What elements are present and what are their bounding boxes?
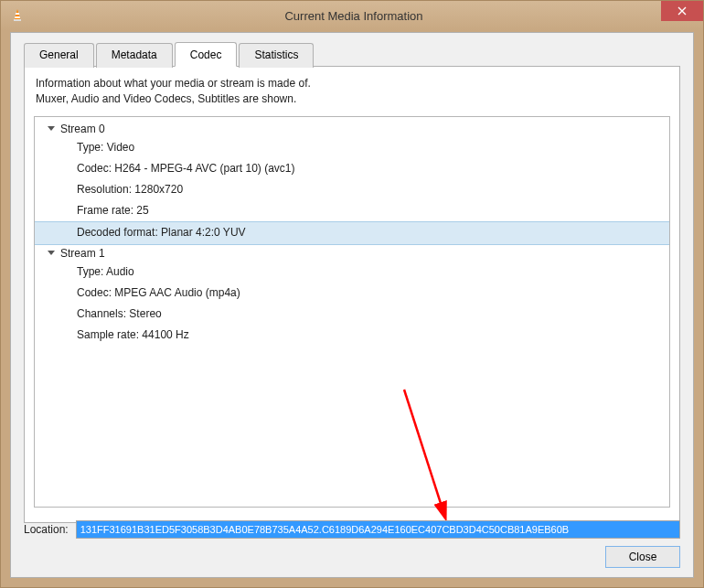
location-label: Location: <box>24 523 69 536</box>
location-row: Location: <box>24 520 680 539</box>
disclosure-triangle-icon[interactable] <box>48 126 55 131</box>
codec-tree[interactable]: Stream 0 Type: Video Codec: H264 - MPEG-… <box>34 116 670 508</box>
stream-0-name: Stream 0 <box>60 123 105 135</box>
disclosure-triangle-icon[interactable] <box>48 251 55 255</box>
stream-1-name: Stream 1 <box>60 247 105 260</box>
tab-bar: General Metadata Codec Statistics <box>24 42 680 67</box>
stream-0-header[interactable]: Stream 0 <box>35 121 669 137</box>
content-area: General Metadata Codec Statistics Inform… <box>10 32 694 578</box>
tree-row[interactable]: Frame rate: 25 <box>35 200 669 221</box>
close-button[interactable]: Close <box>605 546 680 568</box>
dialog-buttons: Close <box>605 546 680 568</box>
tab-statistics[interactable]: Statistics <box>239 43 314 68</box>
tree-row[interactable]: Type: Video <box>35 137 669 158</box>
tree-row[interactable]: Type: Audio <box>35 262 669 283</box>
panel-description: Information about what your media or str… <box>36 76 670 107</box>
tree-row-selected[interactable]: Decoded format: Planar 4:2:0 YUV <box>35 221 669 244</box>
tree-row[interactable]: Channels: Stereo <box>35 304 669 325</box>
tree-row[interactable]: Codec: MPEG AAC Audio (mp4a) <box>35 283 669 304</box>
tab-general[interactable]: General <box>24 43 94 68</box>
tab-codec[interactable]: Codec <box>175 42 238 67</box>
window-close-button[interactable] <box>661 1 703 21</box>
window-title: Current Media Information <box>5 9 703 23</box>
stream-1-header[interactable]: Stream 1 <box>35 245 669 262</box>
location-input[interactable] <box>76 520 680 539</box>
titlebar[interactable]: Current Media Information <box>1 1 703 30</box>
tree-row[interactable]: Codec: H264 - MPEG-4 AVC (part 10) (avc1… <box>35 158 669 179</box>
close-icon <box>677 6 687 16</box>
tree-row[interactable]: Resolution: 1280x720 <box>35 179 669 200</box>
codec-panel: Information about what your media or str… <box>24 66 680 523</box>
tree-row[interactable]: Sample rate: 44100 Hz <box>35 325 669 346</box>
media-info-window: Current Media Information General Metada… <box>0 0 704 588</box>
tab-metadata[interactable]: Metadata <box>96 43 173 68</box>
